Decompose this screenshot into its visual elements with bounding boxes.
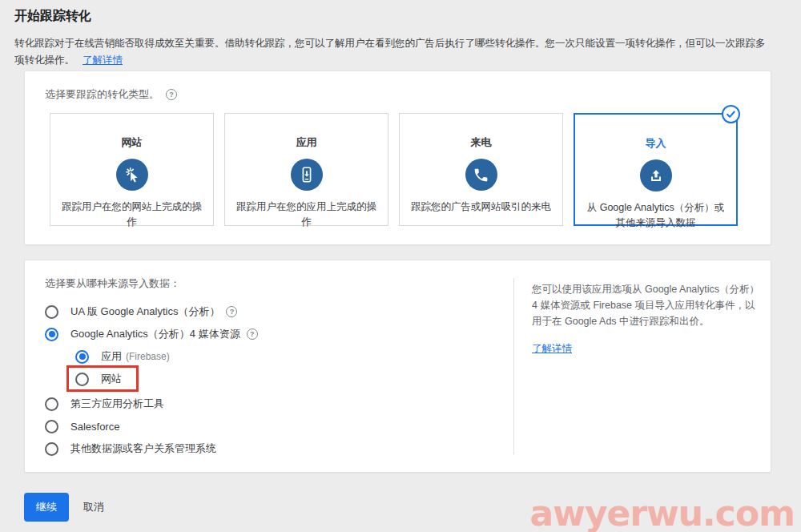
info-panel: 您可以使用该应用选项从 Google Analytics（分析）4 媒体资源或 … [532, 281, 764, 357]
radio-option-label: UA 版 Google Analytics（分析） [70, 304, 219, 319]
help-icon[interactable] [247, 328, 258, 340]
conversion-type-card-website[interactable]: 网站跟踪用户在您的网站上完成的操作 [50, 113, 214, 226]
card-description: 跟踪用户在您的应用上完成的操作 [235, 200, 378, 230]
card-title: 来电 [400, 135, 562, 150]
page-title: 开始跟踪转化 [14, 8, 91, 25]
learn-more-link[interactable]: 了解详情 [83, 54, 123, 66]
vertical-divider [513, 278, 514, 454]
card-title: 应用 [225, 135, 388, 150]
conversion-type-card-calls[interactable]: 来电跟踪您的广告或网站吸引的来电 [399, 113, 563, 226]
conversion-type-cards: 网站跟踪用户在您的网站上完成的操作应用跟踪用户在您的应用上完成的操作来电跟踪您的… [50, 113, 738, 226]
phone-download-icon [291, 159, 323, 191]
radio-option-app-firebase[interactable]: 应用(Firebase) [75, 345, 258, 368]
radio-option-ga4-property[interactable]: Google Analytics（分析）4 媒体资源 [45, 323, 258, 345]
card-description: 跟踪您的广告或网站吸引的来电 [409, 200, 553, 215]
radio-option-label: Salesforce [70, 421, 119, 433]
radio-option-label: Google Analytics（分析）4 媒体资源 [70, 327, 240, 341]
watermark: awyerwu.com [530, 493, 795, 532]
radio-button[interactable] [75, 373, 89, 386]
radio-option-ua-google-analytics[interactable]: UA 版 Google Analytics（分析） [45, 300, 258, 323]
conversion-type-label-text: 选择要跟踪的转化类型。 [45, 87, 159, 102]
card-description: 跟踪用户在您的网站上完成的操作 [60, 200, 203, 230]
conversion-type-card-app[interactable]: 应用跟踪用户在您的应用上完成的操作 [224, 113, 388, 226]
cursor-click-icon [116, 159, 148, 191]
card-title: 导入 [575, 136, 736, 151]
info-panel-learn-more-link[interactable]: 了解详情 [532, 341, 572, 357]
radio-button[interactable] [45, 328, 58, 341]
radio-option-salesforce[interactable]: Salesforce [45, 415, 258, 437]
radio-option-suffix: (Firebase) [126, 351, 170, 362]
selected-check-icon [721, 104, 741, 124]
card-description: 从 Google Analytics（分析）或其他来源导入数据 [585, 200, 727, 231]
conversion-type-section: 选择要跟踪的转化类型。 网站跟踪用户在您的网站上完成的操作应用跟踪用户在您的应用… [24, 71, 771, 245]
radio-option-label: 应用 [101, 349, 122, 364]
info-panel-text: 您可以使用该应用选项从 Google Analytics（分析）4 媒体资源或 … [532, 284, 759, 327]
radio-option-label: 网站 [101, 372, 122, 386]
radio-option-third-party-analytics[interactable]: 第三方应用分析工具 [45, 393, 258, 415]
help-icon[interactable] [226, 306, 237, 317]
phone-call-icon [465, 159, 497, 191]
radio-button[interactable] [75, 350, 89, 364]
import-source-label: 选择要从哪种来源导入数据： [45, 276, 180, 291]
radio-option-other-crm[interactable]: 其他数据源或客户关系管理系统 [45, 437, 258, 460]
intro-body: 转化跟踪对于在线营销能否取得成效至关重要。借助转化跟踪，您可以了解用户在看到您的… [14, 38, 766, 66]
radio-option-website[interactable]: 网站 [75, 368, 258, 390]
radio-option-label: 其他数据源或客户关系管理系统 [70, 441, 216, 456]
conversion-type-card-import[interactable]: 导入从 Google Analytics（分析）或其他来源导入数据 [574, 113, 738, 226]
radio-button[interactable] [45, 397, 58, 411]
radio-option-label: 第三方应用分析工具 [70, 397, 164, 411]
import-source-options: UA 版 Google Analytics（分析）Google Analytic… [45, 300, 258, 460]
help-icon[interactable] [166, 89, 177, 100]
upload-icon [640, 159, 672, 191]
cancel-button[interactable]: 取消 [83, 500, 104, 514]
intro-text: 转化跟踪对于在线营销能否取得成效至关重要。借助转化跟踪，您可以了解用户在看到您的… [14, 35, 774, 70]
continue-button[interactable]: 继续 [24, 493, 69, 522]
card-title: 网站 [50, 135, 213, 150]
radio-button[interactable] [45, 305, 58, 319]
import-source-label-text: 选择要从哪种来源导入数据： [45, 276, 180, 291]
radio-button[interactable] [45, 420, 58, 433]
conversion-type-label: 选择要跟踪的转化类型。 [45, 87, 177, 102]
radio-button[interactable] [45, 442, 58, 456]
import-source-section: 选择要从哪种来源导入数据： UA 版 Google Analytics（分析）G… [24, 260, 771, 473]
